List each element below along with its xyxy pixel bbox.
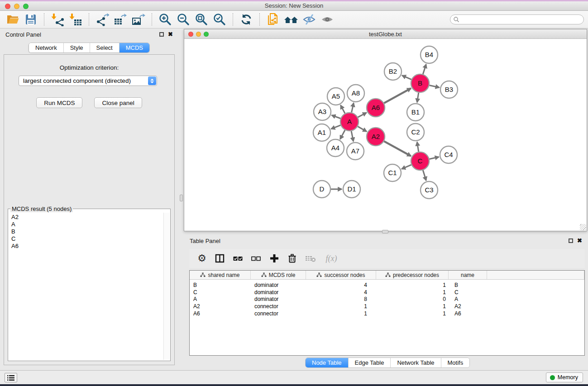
search-input[interactable] (461, 16, 574, 23)
node-C2[interactable]: C2 (407, 124, 424, 141)
node-D1[interactable]: D1 (343, 181, 360, 198)
edge-A-A7[interactable] (351, 131, 354, 142)
table-cell[interactable]: 1 (306, 310, 376, 317)
table-cell[interactable]: dominator (251, 289, 306, 295)
edge-C-C2[interactable] (417, 142, 418, 152)
edge-B-B1[interactable] (417, 93, 418, 103)
edge-B-B2[interactable] (402, 76, 411, 80)
node-C4[interactable]: C4 (440, 146, 457, 163)
node-B4[interactable]: B4 (421, 46, 438, 63)
float-panel-button[interactable] (159, 32, 164, 37)
edge-A2-C[interactable] (384, 141, 411, 156)
table-tab-node-table[interactable]: Node Table (306, 358, 348, 367)
node-A4[interactable]: A4 (327, 139, 344, 157)
table-cell[interactable]: 1 (376, 310, 449, 317)
node-A8[interactable]: A8 (347, 85, 364, 102)
show-graphics-details-button[interactable] (318, 12, 336, 27)
function-builder-button[interactable]: f(x) (321, 251, 341, 266)
optimization-dropdown[interactable]: largest connected component (directed) (19, 76, 157, 86)
node-A2[interactable]: A2 (367, 128, 385, 146)
select-all-columns-button[interactable] (231, 251, 245, 266)
table-cell[interactable]: A6 (190, 310, 251, 317)
table-cell[interactable]: A6 (449, 310, 487, 317)
table-cell[interactable]: C (190, 289, 251, 295)
zoom-selected-button[interactable] (210, 12, 229, 27)
node-A7[interactable]: A7 (347, 143, 364, 160)
horizontal-divider-grip[interactable] (382, 230, 388, 234)
table-cell[interactable]: A (449, 296, 487, 302)
table-row[interactable]: A2connector11A2 (190, 303, 584, 310)
window-resize-grip[interactable] (580, 224, 586, 230)
show-task-history-button[interactable] (5, 373, 17, 382)
node-A3[interactable]: A3 (314, 103, 331, 120)
table-tab-network-table[interactable]: Network Table (390, 358, 440, 367)
table-row[interactable]: A6connector11A6 (190, 310, 584, 317)
close-panel-button[interactable]: ✖ (168, 32, 173, 37)
column-header-successor-nodes[interactable]: successor nodes (306, 271, 376, 279)
table-cell[interactable]: A (190, 296, 251, 302)
table-row[interactable]: Adominator80A (190, 296, 584, 303)
run-mcds-button[interactable]: Run MCDS (36, 97, 82, 108)
edge-A-A8[interactable] (352, 103, 354, 112)
edge-A-A5[interactable] (340, 105, 345, 113)
add-column-button[interactable] (267, 251, 282, 266)
node-B[interactable]: B (411, 74, 429, 92)
tab-select[interactable]: Select (90, 43, 119, 52)
node-C1[interactable]: C1 (384, 164, 401, 181)
show-columns-button[interactable] (213, 251, 227, 266)
import-table-button[interactable] (67, 12, 85, 27)
node-A5[interactable]: A5 (327, 88, 344, 105)
delete-column-button[interactable] (285, 251, 300, 266)
edge-A6-B[interactable] (384, 88, 411, 103)
result-item[interactable]: C (11, 235, 163, 243)
table-cell[interactable]: C (449, 289, 487, 295)
zoom-in-button[interactable] (156, 12, 174, 27)
table-cell[interactable]: connector (251, 310, 306, 317)
node-B3[interactable]: B3 (440, 81, 458, 98)
table-cell[interactable]: 4 (306, 289, 376, 295)
zoom-fit-button[interactable] (192, 12, 210, 27)
table-cell[interactable]: 1 (376, 303, 449, 310)
node-D[interactable]: D (313, 181, 330, 198)
result-item[interactable]: A2 (11, 214, 163, 221)
tab-network[interactable]: Network (29, 43, 63, 52)
edge-C-C3[interactable] (423, 170, 426, 181)
result-item[interactable]: A (11, 221, 163, 228)
edge-A-A3[interactable] (332, 115, 341, 119)
unselect-all-columns-button[interactable] (249, 251, 263, 266)
export-image-button[interactable] (129, 12, 148, 27)
edge-B-B3[interactable] (430, 85, 440, 87)
memory-button[interactable]: Memory (546, 372, 583, 382)
zoom-out-button[interactable] (174, 12, 192, 27)
node-C[interactable]: C (411, 152, 429, 170)
tab-style[interactable]: Style (63, 43, 90, 52)
new-network-from-selection-button[interactable] (264, 12, 282, 27)
table-cell[interactable]: connector (251, 303, 306, 310)
node-A1[interactable]: A1 (313, 124, 330, 141)
result-item[interactable]: B (11, 228, 163, 235)
table-cell[interactable]: 1 (306, 303, 376, 310)
node-C3[interactable]: C3 (421, 181, 438, 199)
node-A[interactable]: A (340, 113, 359, 131)
table-cell[interactable]: dominator (251, 296, 306, 302)
edge-C-C1[interactable] (402, 165, 411, 169)
edge-A-A4[interactable] (340, 130, 345, 139)
close-panel-button-2[interactable]: Close panel (94, 97, 142, 108)
table-cell[interactable]: B (449, 282, 487, 288)
table-cell[interactable]: A2 (449, 303, 487, 310)
table-cell[interactable]: 1 (376, 289, 449, 295)
vertical-divider-grip[interactable] (180, 195, 183, 201)
column-header-predecessor-nodes[interactable]: predecessor nodes (376, 271, 449, 279)
result-item[interactable]: A6 (11, 243, 163, 250)
table-tab-edge-table[interactable]: Edge Table (348, 358, 391, 367)
delete-table-button[interactable] (303, 251, 318, 266)
table-settings-button[interactable]: ⚙ (195, 251, 209, 266)
column-header-MCDS-role[interactable]: MCDS role (251, 271, 306, 279)
column-header-name[interactable]: name (449, 271, 487, 279)
edge-B-B4[interactable] (423, 64, 426, 74)
close-table-panel-button[interactable]: ✖ (577, 238, 582, 243)
import-network-button[interactable] (48, 12, 67, 27)
edge-C-C4[interactable] (429, 157, 439, 159)
table-cell[interactable]: 8 (306, 296, 376, 302)
result-scrollbar[interactable] (163, 213, 169, 360)
